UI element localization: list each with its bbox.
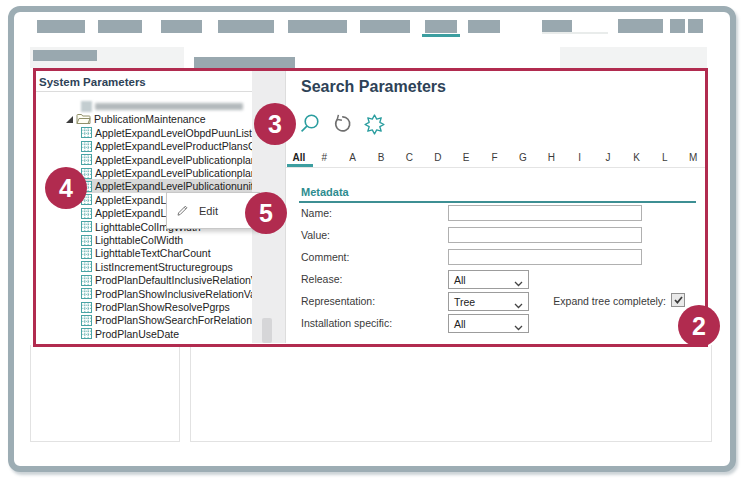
- tab-i[interactable]: I: [566, 152, 594, 163]
- left-panel-body: [30, 345, 180, 442]
- tree-item-label: ProdPlanDefaultInclusiveRelationVariants: [95, 274, 252, 286]
- tree-item[interactable]: ProdPlanShowSearchForRelationRelations: [35, 313, 252, 327]
- redacted-menu-item[interactable]: [161, 20, 202, 33]
- chevron-down-icon: [514, 277, 523, 289]
- redacted-menu-item[interactable]: [468, 20, 500, 33]
- tab-f[interactable]: F: [480, 152, 508, 163]
- advanced-search-button[interactable]: [360, 110, 388, 138]
- redacted-menu-item[interactable]: [670, 19, 685, 33]
- tree-item-label: AppletExpandLevelPublicationunits: [95, 180, 252, 192]
- tab-j[interactable]: J: [594, 152, 622, 163]
- tree-item-redacted[interactable]: [35, 99, 252, 113]
- tree-item[interactable]: AppletExpandLevelObpdPuunList: [35, 126, 252, 140]
- tab-all[interactable]: All: [288, 152, 310, 163]
- tab-b[interactable]: B: [367, 152, 395, 163]
- tab-k[interactable]: K: [622, 152, 650, 163]
- tree-item-label: ProdPlanShowResolvePgrps: [95, 301, 230, 313]
- tree-item[interactable]: LighttableTextCharCount: [35, 246, 252, 260]
- main-panel-body: [190, 345, 712, 442]
- field-label: Installation specific:: [301, 317, 392, 329]
- tree-item-label: ProdPlanUseDate: [95, 328, 179, 340]
- field-label: Representation:: [301, 295, 375, 307]
- parameter-icon: [81, 127, 92, 138]
- tree-item[interactable]: ListIncrementStructuregroups: [35, 260, 252, 274]
- annotation-badge-3: 3: [254, 103, 296, 145]
- redacted-tab-label[interactable]: [33, 50, 97, 61]
- tab-a[interactable]: A: [338, 152, 366, 163]
- search-parameters-panel: Search Parameters All#ABCDEFGHIJKLM Meta…: [285, 70, 708, 343]
- redacted-menu-item[interactable]: [98, 20, 142, 33]
- tabbar-divider: [286, 167, 708, 168]
- tab-l[interactable]: L: [651, 152, 679, 163]
- name-input[interactable]: [448, 205, 642, 221]
- parameter-icon: [81, 221, 92, 232]
- redacted-menu-item[interactable]: [688, 19, 703, 33]
- tree-item[interactable]: ProdPlanShowInclusiveRelationVariants: [35, 287, 252, 301]
- tab-d[interactable]: D: [424, 152, 452, 163]
- tree-folder-publicationmaintenance[interactable]: PublicationMaintenance: [35, 112, 252, 126]
- select-value: Tree: [454, 296, 475, 308]
- search-button[interactable]: [296, 110, 324, 138]
- value-input[interactable]: [448, 227, 642, 243]
- undo-button[interactable]: [328, 110, 356, 138]
- tree-item[interactable]: ProdPlanShowResolvePgrps: [35, 300, 252, 314]
- redacted-menu-item[interactable]: [618, 19, 663, 33]
- tab-m[interactable]: M: [679, 152, 707, 163]
- expand-tree-checkbox[interactable]: [671, 293, 685, 307]
- field-label: Release:: [301, 273, 342, 285]
- tree-item[interactable]: ProdPlanDefaultInclusiveRelationVariants: [35, 273, 252, 287]
- panel-title: System Parameters: [39, 76, 146, 88]
- redacted-menu-item[interactable]: [360, 20, 410, 33]
- active-tab[interactable]: [184, 47, 560, 68]
- metadata-rule: [299, 201, 696, 203]
- redacted-menu-item[interactable]: [218, 20, 274, 33]
- redacted-menu-item[interactable]: [37, 20, 85, 33]
- tab-h[interactable]: H: [537, 152, 565, 163]
- tab-e[interactable]: E: [452, 152, 480, 163]
- tree-item-label: AppletExpandLevelProductPlansQueryPro: [95, 140, 252, 152]
- tree-item[interactable]: LighttableColWidth: [35, 233, 252, 247]
- context-menu-item-label: Edit: [199, 205, 218, 217]
- menu-item-underline: [542, 32, 608, 34]
- annotation-badge-5: 5: [245, 192, 287, 234]
- redacted-menu-item[interactable]: [425, 20, 457, 33]
- advanced-search-icon: [364, 114, 385, 135]
- scrollbar-thumb[interactable]: [262, 318, 272, 343]
- tab-g[interactable]: G: [509, 152, 537, 163]
- tree-item[interactable]: AppletExpandLevelPublicationplans1: [35, 153, 252, 167]
- metadata-heading: Metadata: [301, 186, 349, 198]
- parameter-icon: [81, 288, 92, 299]
- form-row-representation: Representation:TreeExpand tree completel…: [286, 292, 708, 312]
- field-label: Name:: [301, 207, 332, 219]
- release-select[interactable]: All: [448, 270, 529, 289]
- tree-item[interactable]: ProdPlanUseDate: [35, 327, 252, 341]
- tree-item-label: PublicationMaintenance: [94, 113, 206, 125]
- redacted-tab-label: [194, 57, 295, 68]
- tree-item-label: ProdPlanShowInclusiveRelationVariants: [95, 288, 252, 300]
- representation-select[interactable]: Tree: [448, 292, 529, 311]
- tree-item[interactable]: AppletExpandLevelProductPlansQueryPro: [35, 139, 252, 153]
- parameter-icon: [81, 235, 92, 246]
- tab-hash[interactable]: #: [310, 152, 338, 163]
- annotation-badge-4: 4: [45, 167, 87, 209]
- panel-title-divider: [35, 91, 252, 92]
- parameter-icon: [81, 141, 92, 152]
- parameter-icon: [81, 315, 92, 326]
- redacted-text: [95, 103, 243, 110]
- select-value: All: [454, 318, 466, 330]
- chevron-down-icon: [514, 321, 523, 333]
- tree-item-label: LighttableTextCharCount: [95, 247, 211, 259]
- pencil-icon: [176, 204, 189, 217]
- field-label: Value:: [301, 229, 330, 241]
- redacted-menu-item[interactable]: [288, 20, 347, 33]
- parameter-icon: [81, 328, 92, 339]
- comment-input[interactable]: [448, 249, 642, 265]
- installation-specific-select[interactable]: All: [448, 314, 529, 333]
- tree-item-label: ListIncrementStructuregroups: [95, 261, 233, 273]
- expand-arrow-icon[interactable]: [66, 116, 73, 123]
- undo-icon: [331, 113, 353, 135]
- screenshot-stage: System Parameters PublicationMaintenance…: [0, 0, 741, 479]
- tab-c[interactable]: C: [395, 152, 423, 163]
- tree-item-label: AppletExpandLevelPublicationplans1: [95, 154, 252, 166]
- tree-item-label: AppletExpandLevelPublicationplans2: [95, 167, 252, 179]
